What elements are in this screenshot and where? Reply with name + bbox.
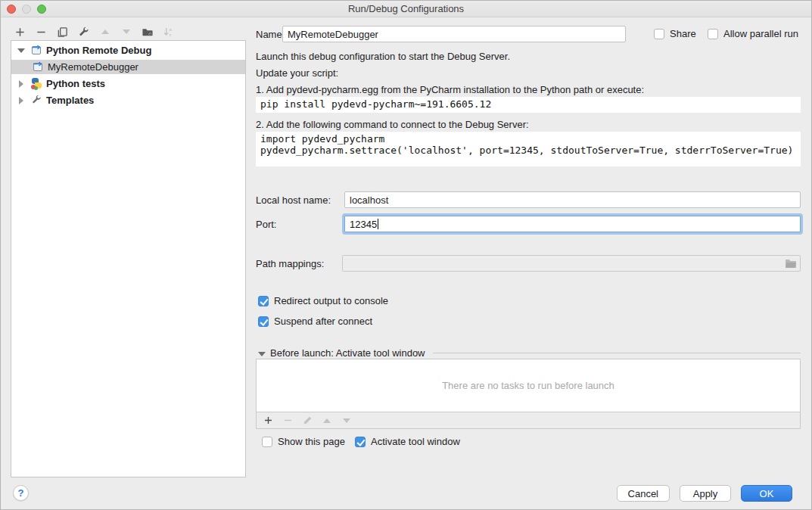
remote-debug-icon — [33, 61, 44, 73]
remove-icon[interactable] — [35, 26, 48, 39]
configurations-tree: Python Remote Debug MyRemoteDebugger Pyt… — [11, 40, 246, 477]
zoom-window-button[interactable] — [37, 5, 46, 14]
browse-folder-icon[interactable] — [785, 258, 797, 269]
port-value: 12345 — [350, 219, 377, 230]
tree-item-python-remote-debug[interactable]: Python Remote Debug — [11, 43, 245, 58]
configuration-form: Name: Share Allow parallel run Launch th… — [256, 1, 801, 485]
run-debug-configurations-dialog: Run/Debug Configurations az — [0, 0, 812, 510]
move-down-icon — [120, 26, 132, 39]
text-caret — [378, 219, 378, 229]
name-input[interactable] — [282, 26, 626, 42]
remove-task-icon — [282, 415, 293, 426]
tree-item-templates[interactable]: Templates — [11, 93, 245, 107]
checkbox-checked-icon[interactable] — [355, 437, 366, 447]
tree-item-label: MyRemoteDebugger — [48, 61, 138, 73]
checkbox-unchecked-icon[interactable] — [262, 437, 272, 447]
suspend-after-connect-label: Suspend after connect — [274, 316, 372, 327]
activate-tool-window-checkbox[interactable]: Activate tool window — [355, 436, 460, 447]
checkbox-unchecked-icon[interactable] — [654, 29, 664, 39]
checkbox-unchecked-icon[interactable] — [708, 29, 718, 39]
show-this-page-checkbox[interactable]: Show this page — [262, 436, 345, 447]
move-up-icon — [98, 26, 111, 39]
settrace-code-line1: import pydevd_pycharm — [260, 133, 796, 145]
wrench-icon[interactable] — [77, 26, 90, 39]
path-mappings-label: Path mappings: — [256, 258, 324, 269]
help-button[interactable]: ? — [13, 485, 29, 501]
chevron-collapsed-icon[interactable] — [17, 97, 25, 104]
chevron-expanded-icon[interactable] — [17, 48, 25, 53]
apply-button[interactable]: Apply — [680, 485, 731, 502]
before-launch-tasks-panel: There are no tasks to run before launch — [256, 359, 801, 429]
tree-item-label: Python tests — [46, 78, 105, 89]
share-label: Share — [670, 28, 696, 39]
redirect-output-checkbox[interactable]: Redirect output to console — [258, 295, 388, 306]
step2-text: 2. Add the following command to connect … — [256, 119, 529, 130]
before-launch-section-header[interactable]: Before launch: Activate tool window — [258, 347, 801, 359]
copy-icon[interactable] — [56, 26, 69, 39]
move-task-down-icon — [341, 415, 352, 426]
chevron-expanded-icon[interactable] — [258, 347, 266, 359]
dialog-buttons: Cancel Apply OK — [617, 485, 792, 502]
edit-task-icon — [302, 415, 313, 426]
update-script-text: Update your script: — [256, 67, 338, 79]
tree-item-label: Python Remote Debug — [46, 45, 151, 56]
name-label: Name: — [256, 29, 285, 40]
allow-parallel-run-checkbox[interactable]: Allow parallel run — [708, 28, 798, 39]
redirect-output-label: Redirect output to console — [274, 295, 388, 306]
pip-install-code: pip install pydevd-pycharm~=191.6605.12 — [256, 97, 801, 113]
suspend-after-connect-checkbox[interactable]: Suspend after connect — [258, 316, 372, 327]
settrace-code-line2: pydevd_pycharm.settrace('localhost', por… — [260, 145, 796, 156]
before-launch-title: Before launch: Activate tool window — [270, 347, 425, 359]
chevron-collapsed-icon[interactable] — [17, 80, 25, 88]
python-tests-icon — [31, 78, 42, 89]
tree-item-python-tests[interactable]: Python tests — [11, 76, 245, 91]
local-host-name-input[interactable] — [344, 191, 801, 208]
show-this-page-label: Show this page — [278, 436, 345, 447]
allow-parallel-run-label: Allow parallel run — [723, 28, 798, 39]
share-checkbox[interactable]: Share — [654, 28, 696, 39]
path-mappings-input[interactable] — [342, 255, 801, 272]
move-task-up-icon — [322, 415, 332, 426]
ok-button[interactable]: OK — [741, 485, 792, 502]
help-icon: ? — [18, 487, 24, 499]
tree-item-label: Templates — [46, 95, 94, 106]
cancel-button[interactable]: Cancel — [617, 485, 670, 502]
settrace-code: import pydevd_pycharm pydevd_pycharm.set… — [256, 132, 801, 166]
svg-text:z: z — [169, 32, 171, 37]
close-window-button[interactable] — [7, 5, 16, 14]
activate-tool-window-label: Activate tool window — [371, 436, 460, 447]
add-icon[interactable] — [14, 26, 26, 39]
checkbox-checked-icon[interactable] — [258, 296, 269, 306]
remote-debug-icon — [31, 45, 42, 56]
minimize-window-button — [22, 5, 31, 14]
port-input[interactable]: 12345 — [342, 213, 803, 235]
checkbox-checked-icon[interactable] — [258, 316, 269, 327]
configurations-toolbar: az — [14, 24, 175, 39]
wrench-icon — [31, 95, 42, 106]
add-task-icon[interactable] — [263, 415, 273, 426]
section-divider — [433, 353, 801, 353]
local-host-name-label: Local host name: — [256, 194, 331, 206]
tree-item-myremotedebugger[interactable]: MyRemoteDebugger — [11, 60, 245, 74]
svg-text:a: a — [169, 26, 172, 32]
before-launch-toolbar — [257, 412, 800, 428]
step1-text: 1. Add pydevd-pycharm.egg from the PyCha… — [256, 84, 644, 95]
port-label: Port: — [256, 219, 276, 230]
before-launch-empty-text: There are no tasks to run before launch — [257, 359, 800, 412]
intro-text: Launch this debug configuration to start… — [256, 51, 510, 62]
new-folder-icon[interactable] — [141, 26, 154, 39]
sort-alpha-icon: az — [162, 26, 175, 39]
